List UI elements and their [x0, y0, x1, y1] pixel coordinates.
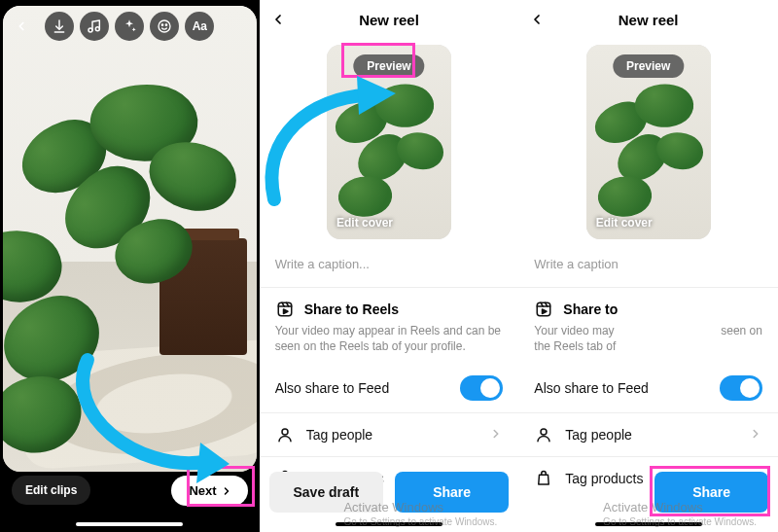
music-icon[interactable] [80, 12, 109, 41]
sticker-icon[interactable] [150, 12, 179, 41]
cover-thumbnail[interactable]: Preview Edit cover [327, 45, 451, 239]
share-heading-text: Share to [563, 301, 618, 317]
chevron-right-icon [749, 427, 762, 443]
edit-cover-button[interactable]: Edit cover [596, 216, 653, 230]
svg-point-0 [88, 28, 92, 32]
also-share-label: Also share to Feed [534, 380, 649, 396]
tag-people-row[interactable]: Tag people [260, 413, 519, 456]
page-title: New reel [518, 0, 778, 39]
share-heading-text: Share to Reels [304, 301, 399, 317]
text-icon[interactable]: Aa [185, 12, 214, 41]
video-preview [3, 6, 257, 472]
svg-point-3 [162, 24, 163, 25]
svg-point-1 [96, 27, 100, 31]
caption-input[interactable]: Write a caption [518, 251, 778, 287]
editor-toolbar: Aa [0, 12, 260, 41]
svg-marker-7 [283, 309, 288, 314]
edit-clips-button[interactable]: Edit clips [12, 476, 90, 505]
tag-people-row[interactable]: Tag people [518, 413, 778, 456]
edit-cover-button[interactable]: Edit cover [336, 216, 393, 230]
home-indicator [336, 522, 442, 526]
reels-icon [534, 300, 553, 319]
next-button[interactable]: Next [171, 476, 247, 506]
also-share-label: Also share to Feed [275, 380, 390, 396]
share-subtext: Your video may appear in Reels and can b… [260, 323, 519, 364]
bottom-action-bar: Save draft Share [269, 472, 510, 513]
bottom-action-bar: Share [654, 472, 768, 513]
preview-button[interactable]: Preview [613, 54, 684, 78]
tag-people-label: Tag people [565, 427, 632, 443]
page-title-text: New reel [619, 12, 679, 28]
download-icon[interactable] [45, 12, 74, 41]
share-subtext-line2: the Reels tab of [518, 338, 778, 364]
share-button[interactable]: Share [395, 472, 509, 513]
svg-point-8 [282, 429, 288, 435]
bag-icon [534, 469, 553, 488]
also-share-row: Also share to Feed [518, 364, 778, 412]
svg-point-12 [541, 429, 547, 435]
new-reel-screen-1: New reel Preview Edit cover Write a capt… [260, 0, 519, 532]
svg-point-4 [166, 24, 167, 25]
person-icon [534, 425, 553, 444]
svg-marker-11 [543, 309, 548, 314]
next-button-label: Next [189, 483, 216, 498]
home-indicator [595, 522, 702, 526]
share-heading: Share to [534, 300, 762, 319]
back-button[interactable] [265, 7, 291, 32]
cover-thumbnail[interactable]: Preview Edit cover [586, 45, 711, 239]
reels-icon [275, 300, 295, 319]
person-icon [275, 425, 295, 444]
also-share-toggle[interactable] [460, 375, 503, 401]
caption-input[interactable]: Write a caption... [260, 251, 519, 287]
sparkle-icon[interactable] [115, 12, 144, 41]
back-button[interactable] [524, 7, 549, 32]
tag-people-label: Tag people [306, 427, 373, 443]
also-share-toggle[interactable] [720, 375, 762, 401]
chevron-right-icon [489, 427, 503, 443]
save-draft-button[interactable]: Save draft [269, 472, 383, 513]
share-heading: Share to Reels [275, 300, 504, 319]
share-button[interactable]: Share [654, 472, 768, 513]
page-title-text: New reel [359, 12, 419, 28]
also-share-row: Also share to Feed [260, 364, 519, 412]
page-title: New reel [260, 0, 519, 39]
preview-button[interactable]: Preview [353, 54, 424, 78]
svg-point-2 [159, 20, 170, 32]
tag-products-label: Tag products [565, 471, 643, 486]
reel-editor-screen: Aa Edit clips Next [0, 0, 260, 532]
home-indicator [76, 522, 183, 526]
new-reel-screen-2: New reel Preview Edit cover Write a capt… [518, 0, 778, 532]
